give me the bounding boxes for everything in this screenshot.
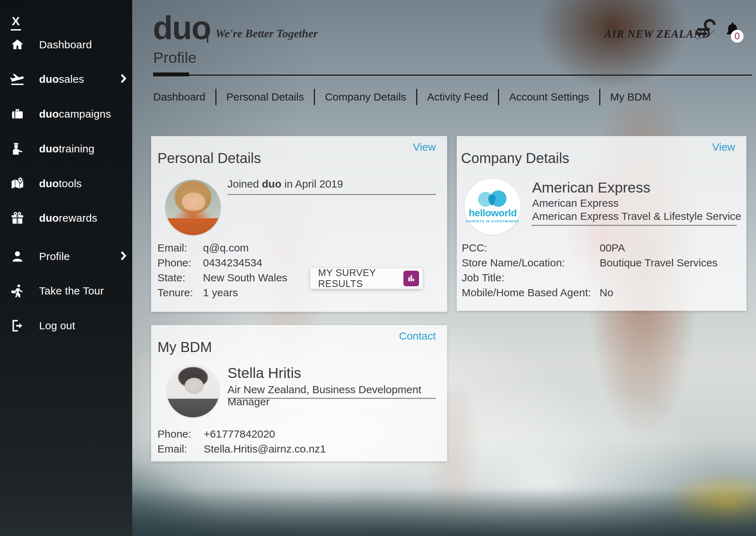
personal-details-title: Personal Details (157, 150, 261, 166)
chevron-right-icon (120, 251, 128, 262)
my-survey-results-button[interactable]: MY SURVEY RESULTS (310, 268, 423, 289)
company-name: American Express (532, 179, 650, 196)
divider-line (531, 225, 737, 226)
sidebar-item-duosales[interactable]: duosales (9, 70, 129, 89)
company-details-view-link[interactable]: View (712, 141, 735, 153)
divider-line (227, 398, 436, 399)
notification-count-badge[interactable]: 0 (731, 30, 744, 43)
gift-icon (9, 210, 26, 226)
personal-details-card: View Personal Details Joined duo in Apri… (151, 136, 447, 312)
sidebar: Like X Dashboard duosales duocampaigns (0, 0, 132, 536)
plane-takeoff-icon (9, 71, 26, 87)
helloworld-wordmark: helloworld (465, 209, 521, 218)
page-title: Profile (153, 49, 197, 66)
company-line3: American Express Travel & Lifestyle Serv… (532, 210, 741, 222)
tab-account-settings[interactable]: Account Settings (499, 87, 599, 107)
bdm-avatar (167, 365, 219, 417)
person-icon (9, 248, 26, 265)
app-root: Like X Dashboard duosales duocampaigns (0, 0, 756, 536)
detail-row-pcc: PCC: 00PA (462, 243, 718, 253)
like-overlay-text: Like (2, 0, 23, 9)
bar-chart-icon (403, 271, 419, 286)
tab-personal-details[interactable]: Personal Details (216, 87, 314, 107)
divider-line (227, 194, 436, 195)
helloworld-slogan: EXPERTS IN EVERYWHERE (465, 219, 521, 223)
tab-activity-feed[interactable]: Activity Feed (417, 87, 498, 107)
suitcase-icon (9, 106, 26, 122)
detail-row-tenure: Tenure: 1 years (157, 287, 287, 298)
detail-row-phone: Phone: 0434234534 (157, 258, 287, 268)
brand-tagline: We're Better Together (215, 27, 318, 40)
profile-tabs: Dashboard Personal Details Company Detai… (153, 87, 661, 107)
personal-details-rows: Email: q@q.com Phone: 0434234534 State: … (157, 243, 287, 302)
detail-row-job-title: Job Title: (462, 272, 718, 283)
duo-logo: duo (153, 13, 211, 42)
sidebar-item-log-out[interactable]: Log out (9, 316, 129, 335)
sidebar-item-dashboard[interactable]: Dashboard (9, 35, 129, 54)
my-bdm-card: Contact My BDM Stella Hritis Air New Zea… (151, 325, 447, 461)
detail-row-email: Email: q@q.com (157, 243, 287, 253)
helloworld-logo: helloworld EXPERTS IN EVERYWHERE (465, 179, 521, 235)
logout-door-icon (9, 318, 26, 334)
sidebar-item-duotraining[interactable]: duotraining (9, 139, 129, 158)
company-line2: American Express (532, 197, 618, 209)
detail-row-bdm-email: Email: Stella.Hritis@airnz.co.nz1 (157, 444, 326, 454)
walking-icon (9, 283, 26, 299)
bdm-rows: Phone: +61777842020 Email: Stella.Hritis… (157, 429, 326, 459)
personal-details-view-link[interactable]: View (413, 141, 436, 153)
company-details-rows: PCC: 00PA Store Name/Location: Boutique … (462, 243, 718, 302)
tab-my-bdm[interactable]: My BDM (600, 87, 661, 107)
tab-dashboard[interactable]: Dashboard (153, 87, 215, 107)
detail-row-store: Store Name/Location: Boutique Travel Ser… (462, 258, 718, 268)
my-bdm-title: My BDM (157, 339, 212, 355)
map-pin-icon (9, 175, 26, 192)
logo-divider (207, 26, 208, 43)
detail-row-mobile-agent: Mobile/Home Based Agent: No (462, 287, 718, 298)
bellhop-icon (9, 141, 26, 157)
chevron-right-icon (120, 74, 128, 85)
sidebar-item-profile[interactable]: Profile (9, 247, 129, 266)
title-underline (153, 75, 752, 76)
koru-icon (691, 17, 719, 44)
tab-company-details[interactable]: Company Details (315, 87, 416, 107)
sidebar-item-duorewards[interactable]: duorewards (9, 209, 129, 228)
detail-row-state: State: New South Wales (157, 272, 287, 283)
user-avatar (165, 180, 221, 235)
company-details-title: Company Details (461, 150, 569, 166)
detail-row-bdm-phone: Phone: +61777842020 (157, 429, 326, 439)
sidebar-item-duotools[interactable]: duotools (9, 174, 129, 193)
bdm-role: Air New Zealand, Business Development Ma… (227, 384, 447, 408)
bdm-name: Stella Hritis (227, 365, 301, 381)
sidebar-close-button[interactable]: X (11, 14, 21, 31)
sidebar-item-duocampaigns[interactable]: duocampaigns (9, 104, 129, 124)
sidebar-item-take-the-tour[interactable]: Take the Tour (9, 281, 129, 301)
joined-text: Joined duo in April 2019 (227, 178, 343, 190)
bdm-contact-link[interactable]: Contact (399, 330, 436, 342)
home-icon (9, 37, 26, 53)
company-details-card: View Company Details helloworld EXPERTS … (457, 136, 746, 311)
